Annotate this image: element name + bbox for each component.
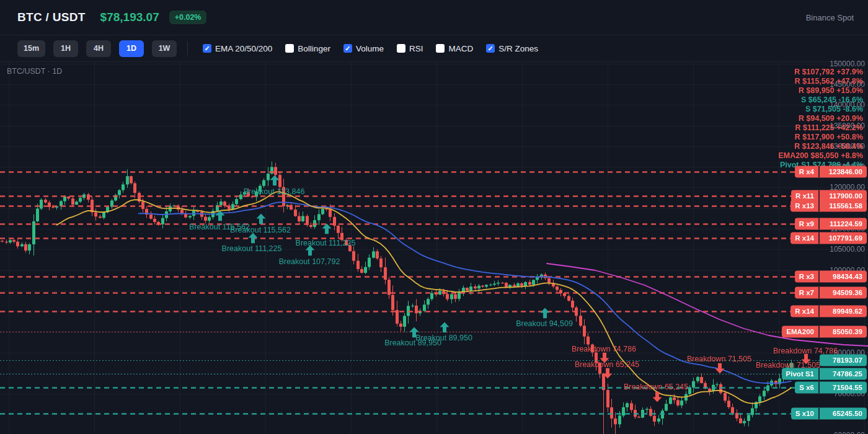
level-tag-label: Pivot S1 bbox=[782, 368, 820, 380]
level-tag-label: S x6 bbox=[795, 382, 820, 394]
exchange-label: Binance Spot bbox=[806, 13, 854, 22]
level-tag-value: 123846.00 bbox=[820, 166, 867, 177]
level-tag-value: 115561.58 bbox=[820, 200, 867, 211]
level-tag-label: R x3 bbox=[795, 270, 820, 282]
level-tag-r-x3: R x398434.43 bbox=[795, 270, 867, 282]
price-axis-label: 60000.00 bbox=[834, 431, 865, 434]
signal-list: R $107,792 +37.9%R $115,562 +47.8%R $89,… bbox=[778, 68, 863, 170]
indicator-toggle-bollinger[interactable]: Bollinger bbox=[285, 44, 330, 53]
timeframe-button-1w[interactable]: 1W bbox=[152, 40, 177, 57]
price-canvas[interactable] bbox=[0, 62, 868, 434]
indicator-label: MACD bbox=[448, 44, 473, 53]
level-tag-value: 107791.69 bbox=[820, 232, 867, 244]
breakout-annotation: Breakout 123,846 bbox=[244, 187, 305, 196]
indicator-toggle-volume[interactable]: ✓Volume bbox=[343, 44, 384, 53]
symbol-title: BTC / USDT bbox=[17, 11, 86, 24]
indicator-label: EMA 20/50/200 bbox=[215, 44, 272, 53]
price-axis-label: 105000.00 bbox=[830, 245, 865, 254]
signal-item: R $115,562 +47.8% bbox=[778, 77, 863, 86]
breakdown-annotation: Breakdown 65,245 bbox=[624, 383, 688, 391]
checkbox-unchecked-icon[interactable] bbox=[436, 44, 445, 53]
timeframe-button-1d[interactable]: 1D bbox=[119, 40, 144, 57]
breakout-annotation: Breakout 94,509 bbox=[516, 319, 573, 328]
arrow-up-icon bbox=[257, 214, 266, 224]
level-tag-value: 111224.59 bbox=[820, 218, 867, 229]
timeframe-button-1h[interactable]: 1H bbox=[53, 40, 78, 57]
current-price-tag: 78193.07 bbox=[820, 354, 867, 366]
level-tag-value: 71504.55 bbox=[820, 382, 867, 394]
breakout-annotation: Breakout 115,562 bbox=[230, 226, 291, 234]
signal-item: R $89,950 +15.0% bbox=[778, 86, 863, 95]
timeframe-button-4h[interactable]: 4H bbox=[86, 40, 111, 57]
indicator-toggle-ema-20-50-200[interactable]: ✓EMA 20/50/200 bbox=[203, 44, 272, 53]
indicator-toggle-rsi[interactable]: RSI bbox=[397, 44, 423, 53]
signal-item: S $71,505 -8.6% bbox=[778, 105, 863, 114]
breakout-annotation: Breakout 89,950 bbox=[415, 334, 472, 342]
arrow-up-icon bbox=[440, 322, 450, 333]
chart-area: BTC/USDT · 1D 150000.00145000.00140000.0… bbox=[0, 62, 868, 434]
arrow-down-icon bbox=[603, 368, 613, 379]
signal-item: S $65,245 -16.6% bbox=[778, 95, 863, 105]
level-tag-pivot-s1: Pivot S174786.25 bbox=[782, 368, 867, 380]
signal-item: R $117,900 +50.8% bbox=[778, 133, 863, 142]
signal-item: R $123,846 +58.4% bbox=[778, 142, 863, 151]
level-tag-r-x13: R x13115561.58 bbox=[790, 200, 867, 211]
indicator-label: Bollinger bbox=[298, 44, 330, 53]
level-tag-label: EMA200 bbox=[782, 326, 820, 337]
breakdown-annotation: Breakdown 71,505 bbox=[687, 355, 751, 363]
arrow-up-icon bbox=[216, 211, 225, 221]
level-tag-label: S x10 bbox=[791, 407, 820, 419]
price-axis-label: 150000.00 bbox=[830, 60, 865, 68]
level-tag-value: 78193.07 bbox=[820, 354, 867, 366]
last-price: $78,193.07 bbox=[100, 11, 159, 24]
level-tag-r-x14: R x1489949.62 bbox=[790, 306, 867, 317]
breakout-annotation: Breakout 111,225 bbox=[222, 244, 282, 253]
level-tag-r-x9: R x9111224.59 bbox=[795, 218, 867, 229]
change-badge: +0.02% bbox=[169, 11, 207, 24]
level-tag-s-x6: S x671504.55 bbox=[795, 382, 867, 394]
arrow-down-icon bbox=[715, 363, 725, 374]
signal-item: R $111,225 +42.2% bbox=[778, 123, 863, 133]
level-tag-value: 98434.43 bbox=[820, 270, 867, 282]
trading-terminal: BTC / USDT $78,193.07 +0.02% Binance Spo… bbox=[0, 0, 868, 434]
timeframe-group: 15m1H4H1D1W bbox=[17, 40, 177, 57]
breakout-annotation: Breakout 107,792 bbox=[279, 257, 340, 266]
level-tag-r-x4: R x4123846.00 bbox=[795, 166, 867, 177]
level-tag-value: 85050.39 bbox=[820, 326, 867, 337]
indicator-label: Volume bbox=[356, 44, 384, 53]
level-tag-value: 65245.50 bbox=[820, 407, 867, 419]
level-tag-label: R x14 bbox=[790, 232, 820, 244]
checkbox-unchecked-icon[interactable] bbox=[397, 44, 405, 53]
checkbox-checked-icon[interactable]: ✓ bbox=[486, 44, 495, 53]
level-tag-value: 74786.25 bbox=[820, 368, 867, 380]
indicator-toggle-macd[interactable]: MACD bbox=[436, 44, 473, 53]
checkbox-checked-icon[interactable]: ✓ bbox=[343, 44, 352, 53]
indicator-label: RSI bbox=[409, 44, 423, 53]
arrow-up-icon bbox=[306, 246, 315, 256]
level-tag-value: 94509.36 bbox=[820, 287, 867, 299]
header-bar: BTC / USDT $78,193.07 +0.02% Binance Spo… bbox=[0, 0, 868, 35]
level-tag-label: R x14 bbox=[790, 306, 820, 317]
indicator-toggle-s-r-zones[interactable]: ✓S/R Zones bbox=[486, 44, 538, 53]
arrow-down-icon bbox=[653, 392, 662, 402]
signal-item: R $107,792 +37.9% bbox=[778, 68, 863, 77]
level-tag-label: R x7 bbox=[795, 287, 820, 299]
toolbar-divider bbox=[187, 42, 188, 55]
arrow-up-icon bbox=[541, 308, 550, 319]
indicator-label: S/R Zones bbox=[498, 44, 538, 53]
breakout-annotation: Breakout 111,225 bbox=[296, 239, 356, 247]
level-tag-r-x7: R x794509.36 bbox=[795, 287, 867, 299]
level-tag-value: 89949.62 bbox=[820, 306, 867, 317]
level-tag-ema200: EMA20085050.39 bbox=[782, 326, 867, 337]
arrow-up-icon bbox=[322, 224, 332, 234]
signal-item: R $94,509 +20.9% bbox=[778, 114, 863, 123]
level-tag-s-x10: S x1065245.50 bbox=[791, 407, 867, 419]
chart-toolbar: 15m1H4H1D1W ✓EMA 20/50/200Bollinger✓Volu… bbox=[0, 35, 868, 62]
signal-item: EMA200 $85,050 +8.8% bbox=[778, 151, 863, 161]
chart-watermark: BTC/USDT · 1D bbox=[7, 67, 62, 76]
level-tag-label: R x9 bbox=[795, 218, 820, 229]
checkbox-unchecked-icon[interactable] bbox=[285, 44, 294, 53]
checkbox-checked-icon[interactable]: ✓ bbox=[203, 44, 211, 53]
timeframe-button-15m[interactable]: 15m bbox=[17, 40, 45, 57]
arrow-up-icon bbox=[249, 233, 258, 244]
